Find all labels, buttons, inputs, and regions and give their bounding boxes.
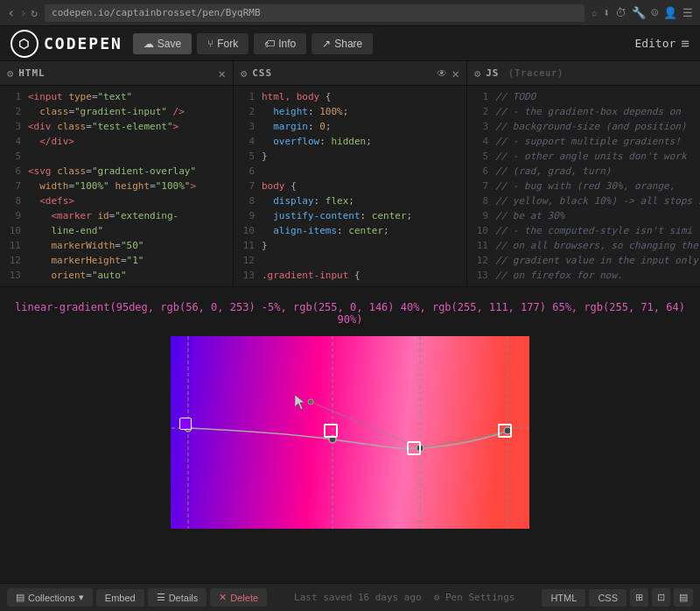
layout-split-icon[interactable]: ⊡ xyxy=(652,588,670,607)
save-button[interactable]: ☁ Save xyxy=(133,33,192,54)
code-line: 10 line-end" xyxy=(0,223,233,238)
face-icon[interactable]: ☺ xyxy=(651,6,658,19)
code-line: 1<input type="text" xyxy=(0,89,233,104)
layout-grid-icon[interactable]: ⊞ xyxy=(630,588,648,607)
collections-chevron-icon: ▾ xyxy=(79,592,84,603)
forward-icon[interactable]: › xyxy=(19,4,28,21)
css-tab-button[interactable]: CSS xyxy=(589,589,626,607)
editor-label: Editor ≡ xyxy=(634,35,690,52)
url-text: codepen.io/captainbrosset/pen/ByqRMB xyxy=(52,7,260,18)
browser-bar: ‹ › ↻ codepen.io/captainbrosset/pen/ByqR… xyxy=(0,0,700,26)
code-line: 10 align-items: center; xyxy=(234,223,466,238)
url-bar[interactable]: codepen.io/captainbrosset/pen/ByqRMB xyxy=(45,4,584,22)
editor-menu-icon[interactable]: ≡ xyxy=(681,35,690,52)
back-icon[interactable]: ‹ xyxy=(7,4,16,21)
html-panel-title: HTML xyxy=(18,67,213,79)
html-panel-header: ⚙ HTML ✕ xyxy=(0,61,233,86)
code-line: 5} xyxy=(234,149,466,164)
fork-button[interactable]: ⑂ Fork xyxy=(197,33,248,54)
settings-gear-icon: ⚙ xyxy=(434,592,440,603)
code-line: 2// - the gradient-box depends on xyxy=(467,104,700,119)
share-button[interactable]: ↗ Share xyxy=(312,33,373,54)
delete-button[interactable]: ✕ Delete xyxy=(210,588,267,607)
code-line: 1// TODO xyxy=(467,89,700,104)
css-panel-header: ⚙ CSS 👁 ✕ xyxy=(234,61,466,86)
css-code-content[interactable]: 1html, body { 2 height: 100%; 3 margin: … xyxy=(234,86,466,286)
code-line: 3 margin: 0; xyxy=(234,119,466,134)
html-close-icon[interactable]: ✕ xyxy=(219,67,226,81)
code-line: 7body { xyxy=(234,179,466,193)
code-line: 8 <defs> xyxy=(0,193,233,208)
code-line: 13.gradient-input { xyxy=(234,268,466,283)
code-line: 13 orient="auto" xyxy=(0,268,233,283)
stop-handle-3[interactable] xyxy=(407,441,421,455)
editors-row: ⚙ HTML ✕ 1<input type="text" 2 class="gr… xyxy=(0,61,700,287)
pen-settings-btn[interactable]: ⚙ Pen Settings xyxy=(434,592,515,603)
download-icon[interactable]: ⬇ xyxy=(603,6,610,19)
code-line: 7 width="100%" height="100%"> xyxy=(0,179,233,193)
collections-button[interactable]: ▤ Collections ▾ xyxy=(7,588,93,607)
bottom-right-buttons: HTML CSS ⊞ ⊡ ▤ xyxy=(542,588,693,607)
js-panel: ⚙ JS (Traceur) 1// TODO 2// - the gradie… xyxy=(467,61,700,286)
code-line: 4 </div> xyxy=(0,134,233,149)
code-line: 8// yellow, black 10%) -> all stops sho xyxy=(467,193,700,208)
code-line: 11// on all browsers, so changing the xyxy=(467,238,700,253)
js-panel-header: ⚙ JS (Traceur) xyxy=(467,61,700,86)
html-tab-button[interactable]: HTML xyxy=(542,589,585,607)
fork-icon: ⑂ xyxy=(207,38,214,50)
code-line: 13// on firefox for now. xyxy=(467,268,700,283)
clock-icon[interactable]: ⏱ xyxy=(615,6,626,19)
stop-handle-4[interactable] xyxy=(498,424,512,438)
stop-handle-1[interactable] xyxy=(179,418,192,430)
html-gear-icon[interactable]: ⚙ xyxy=(7,67,13,80)
js-code-content[interactable]: 1// TODO 2// - the gradient-box depends … xyxy=(467,86,700,286)
preview-area: linear-gradient(95deg, rgb(56, 0, 253) -… xyxy=(0,287,700,543)
svg-point-8 xyxy=(308,399,313,404)
tool-icon[interactable]: 🔧 xyxy=(632,6,646,19)
collections-icon: ▤ xyxy=(16,592,24,603)
code-line: 5 xyxy=(0,149,233,164)
logo-text: CODEPEN xyxy=(44,34,122,53)
code-line: 4 overflow: hidden; xyxy=(234,134,466,149)
traceur-label: (Traceur) xyxy=(508,68,564,78)
code-line: 9 justify-content: center; xyxy=(234,208,466,223)
embed-button[interactable]: Embed xyxy=(96,589,144,607)
html-panel: ⚙ HTML ✕ 1<input type="text" 2 class="gr… xyxy=(0,61,234,286)
save-cloud-icon: ☁ xyxy=(144,38,154,50)
stop-handle-2[interactable] xyxy=(324,424,338,438)
share-icon: ↗ xyxy=(322,38,331,50)
css-gear-icon[interactable]: ⚙ xyxy=(241,67,247,80)
last-saved-text: Last saved 16 days ago ⚙ Pen Settings xyxy=(274,592,535,603)
refresh-icon[interactable]: ↻ xyxy=(31,6,38,19)
css-eye-icon[interactable]: 👁 xyxy=(437,67,447,80)
css-panel-title: CSS xyxy=(252,67,430,79)
code-line: 6// (rad, grad, turn) xyxy=(467,164,700,179)
browser-controls: ‹ › ↻ xyxy=(7,4,38,21)
layout-list-icon[interactable]: ▤ xyxy=(674,588,693,607)
delete-icon: ✕ xyxy=(219,592,227,603)
code-line: 11} xyxy=(234,238,466,253)
code-line: 12 xyxy=(234,253,466,268)
gradient-display xyxy=(171,336,529,529)
info-button[interactable]: 🏷 Info xyxy=(254,33,306,54)
details-button[interactable]: ☰ Details xyxy=(148,588,207,607)
star-icon[interactable]: ☆ xyxy=(592,6,598,19)
js-panel-title: JS (Traceur) xyxy=(486,67,693,79)
menu-icon[interactable]: ☰ xyxy=(682,6,693,19)
bottom-left-buttons: ▤ Collections ▾ Embed ☰ Details ✕ Delete xyxy=(7,588,267,607)
code-line: 11 markerWidth="50" xyxy=(0,238,233,253)
css-panel: ⚙ CSS 👁 ✕ 1html, body { 2 height: 100%; … xyxy=(234,61,467,286)
code-line: 12 markerHeight="1" xyxy=(0,253,233,268)
gradient-formula: linear-gradient(95deg, rgb(56, 0, 253) -… xyxy=(14,301,686,326)
code-line: 12// gradient value in the input only wo xyxy=(467,253,700,268)
gradient-svg-overlay xyxy=(171,336,529,529)
user-icon[interactable]: 👤 xyxy=(663,6,677,19)
code-line: 10// - the computed-style isn't simi xyxy=(467,223,700,238)
codepen-logo[interactable]: ⬡ CODEPEN xyxy=(10,30,122,58)
css-close-icon[interactable]: ✕ xyxy=(452,67,459,81)
gradient-canvas[interactable] xyxy=(171,336,529,529)
code-line: 3<div class="test-element"> xyxy=(0,119,233,134)
html-code-content[interactable]: 1<input type="text" 2 class="gradient-in… xyxy=(0,86,233,286)
js-gear-icon[interactable]: ⚙ xyxy=(474,67,480,80)
header-buttons: ☁ Save ⑂ Fork 🏷 Info ↗ Share xyxy=(133,33,373,54)
